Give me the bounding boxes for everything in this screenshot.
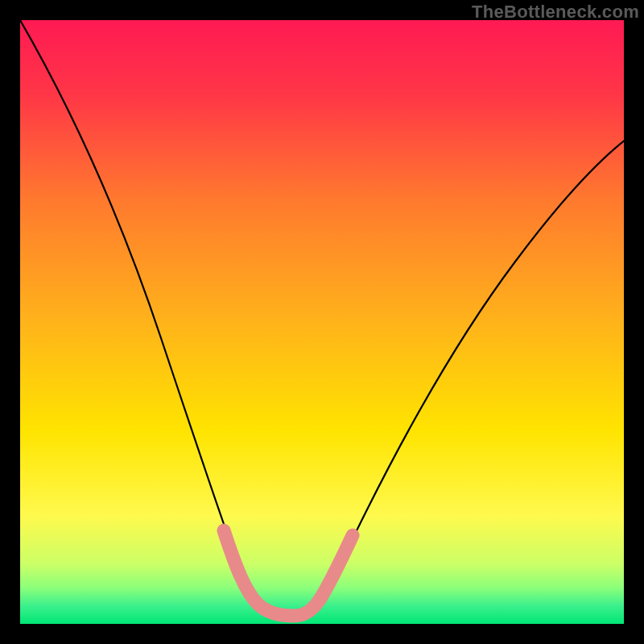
gradient-background xyxy=(20,20,624,624)
watermark-text: TheBottleneck.com xyxy=(472,2,639,23)
bottleneck-chart xyxy=(20,20,624,624)
